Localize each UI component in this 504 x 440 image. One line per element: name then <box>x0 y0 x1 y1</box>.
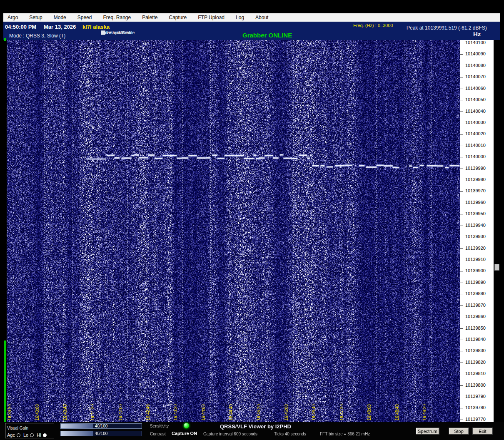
visual-gain-group: Visual Gain Agc Lo Hi <box>5 423 54 438</box>
sensitivity-label: Sensitivity <box>150 424 169 428</box>
freq-label: 10139920 <box>465 246 486 251</box>
contrast-slider[interactable]: 40/100 <box>60 431 142 436</box>
freq-tick <box>460 43 463 43</box>
scrollbar-thumb[interactable] <box>494 264 499 271</box>
hz-unit-label: Hz <box>473 30 481 37</box>
freq-tick <box>460 420 463 420</box>
argo-window: ArgoSetupModeSpeedFreq. RangePaletteCapt… <box>0 0 504 440</box>
freq-label: 10139780 <box>465 405 486 410</box>
menu-item-about[interactable]: About <box>255 15 268 20</box>
freq-label: 10140060 <box>465 86 486 91</box>
date: Mar 13, 2026 <box>44 24 76 30</box>
spectrum-button[interactable]: Spectrum <box>416 428 439 435</box>
menu-item-mode[interactable]: Mode <box>54 15 66 20</box>
grabber-status: Grabber ONLINE <box>242 32 292 39</box>
freq-tick <box>460 294 463 294</box>
freq-label: 10140090 <box>465 51 486 57</box>
freq-label: 10140010 <box>465 143 486 148</box>
freq-range-label: Freq. (Hz) : 0..3000 <box>353 23 393 28</box>
freq-tick <box>460 237 463 237</box>
menu-item-log[interactable]: Log <box>236 15 244 20</box>
freq-tick <box>460 340 463 340</box>
waterfall-area: 16:39:2016:40:0016:40:4016:41:2016:42:00… <box>7 40 460 422</box>
freq-label: 10140080 <box>465 63 486 68</box>
menu-item-argo[interactable]: Argo <box>7 15 18 20</box>
freq-tick <box>460 214 463 214</box>
freq-label: 10139870 <box>465 303 486 308</box>
freq-tick <box>460 374 463 374</box>
freq-tick <box>460 271 463 271</box>
menu-bar: ArgoSetupModeSpeedFreq. RangePaletteCapt… <box>3 13 500 22</box>
capture-progress-mark <box>4 38 6 41</box>
capture-progress-strip <box>4 341 6 422</box>
contrast-value: 40/100 <box>61 431 142 436</box>
header-bar: 04:50:00 PM Mar 13, 2026 kl7l alaska Fre… <box>3 22 500 40</box>
freq-tick <box>460 328 463 329</box>
freq-tick <box>460 351 463 351</box>
frequency-scale: 1014010010140090101400801014007010140060… <box>460 40 494 422</box>
frequency-scrollbar[interactable] <box>494 40 499 422</box>
lo-label: Lo <box>23 433 28 438</box>
agc-radio-group: Agc Lo Hi <box>7 433 52 438</box>
freq-label: 10139800 <box>465 383 486 388</box>
freq-label: 10139980 <box>465 177 486 182</box>
freq-tick <box>460 89 463 89</box>
freq-label: 10139960 <box>465 200 486 205</box>
freq-label: 10139930 <box>465 234 486 239</box>
hi-radio[interactable] <box>43 433 47 437</box>
freq-label: 10140020 <box>465 131 486 137</box>
freq-label: 10139810 <box>465 371 486 376</box>
freq-label: 10139790 <box>465 394 486 399</box>
freq-tick <box>460 169 463 169</box>
freq-label: 10139900 <box>465 268 486 273</box>
freq-tick <box>460 77 463 77</box>
agc-radio[interactable] <box>17 433 20 437</box>
fft-bin-label: FFT bin size = 366.21 mHz <box>320 432 370 436</box>
waterfall-canvas <box>7 40 460 422</box>
freq-tick <box>460 408 463 408</box>
menu-item-setup[interactable]: Setup <box>29 15 42 20</box>
freq-tick <box>460 283 463 283</box>
freq-label: 10140000 <box>465 154 486 159</box>
menu-item-ftp-upload[interactable]: FTP Upload <box>198 15 225 20</box>
freq-label: 10139840 <box>465 337 486 342</box>
freq-tick <box>460 157 463 157</box>
freq-label: 10139910 <box>465 257 486 262</box>
agc-label: Agc <box>7 433 15 438</box>
capture-state: Capture ON <box>172 431 197 436</box>
freq-label: 10139770 <box>465 417 486 422</box>
freq-label: 10139830 <box>465 348 486 353</box>
freq-label: 10140050 <box>465 97 486 102</box>
lo-radio[interactable] <box>30 433 34 437</box>
freq-label: 10140030 <box>465 120 486 125</box>
contrast-label: Contrast <box>150 432 166 436</box>
freq-label: 10139820 <box>465 360 486 365</box>
exit-button[interactable]: Exit <box>472 428 493 435</box>
freq-tick <box>460 317 463 317</box>
ticks-label: Ticks 40 seconds <box>274 432 306 436</box>
freq-tick <box>460 397 463 397</box>
freq-tick <box>460 385 463 386</box>
menu-item-capture[interactable]: Capture <box>169 15 187 20</box>
freq-tick <box>460 363 463 363</box>
freq-tick <box>460 249 463 249</box>
visual-gain-label: Visual Gain <box>7 426 28 430</box>
sensitivity-slider[interactable]: 40/100 <box>60 423 142 429</box>
freq-label: 10139890 <box>465 280 486 285</box>
freq-label: 10139880 <box>465 291 486 296</box>
freq-tick <box>460 306 463 306</box>
menu-item-freq-range[interactable]: Freq. Range <box>103 15 131 20</box>
sensitivity-value: 40/100 <box>61 424 142 428</box>
freq-label: 10140070 <box>465 74 486 80</box>
freq-label: 10139860 <box>465 314 486 319</box>
menu-item-speed[interactable]: Speed <box>77 15 92 20</box>
stop-button[interactable]: Stop <box>449 428 469 435</box>
menu-item-palette[interactable]: Palette <box>142 15 157 20</box>
status-bar: Visual Gain Agc Lo Hi 40/100 40/100 Sens… <box>0 422 504 440</box>
freq-tick <box>460 260 463 260</box>
callsign: kl7l alaska <box>82 24 110 30</box>
clock: 04:50:00 PM <box>5 24 36 30</box>
freq-tick <box>460 123 463 123</box>
freq-tick <box>460 134 463 134</box>
freq-label: 10139990 <box>465 166 486 171</box>
